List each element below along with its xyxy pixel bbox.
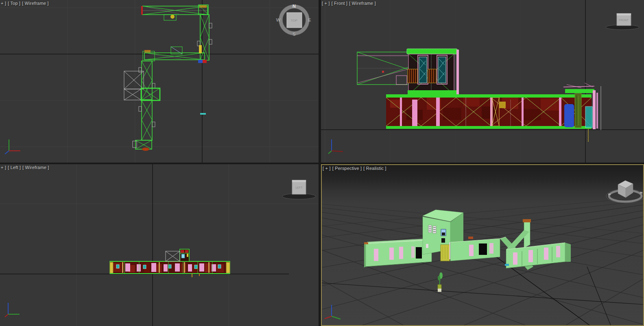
pink-panel [399, 247, 403, 259]
doorway [479, 243, 487, 255]
compass-w[interactable]: W [276, 17, 281, 22]
wireframe-shape [541, 98, 559, 111]
viewport-view-menu[interactable]: [ Left ] [8, 165, 21, 170]
pink-panel [513, 252, 517, 265]
axis-x-red [325, 316, 332, 319]
wireframe-shape [640, 192, 642, 193]
wireframe-shape [116, 265, 119, 268]
wireframe-shape [152, 122, 155, 127]
viewport-menu-button[interactable]: [ + ] [322, 1, 330, 6]
wireframe-shape [364, 242, 368, 244]
wireframe-shape [194, 265, 197, 269]
wireframe-shape [408, 90, 457, 95]
wireframe-shape [426, 244, 428, 248]
max-viewport-layout: + ][ Top ][ Wireframe ] TOPNSWE [ + ][ F… [0, 0, 644, 326]
blue-object [564, 104, 574, 127]
axis-x-red [332, 151, 343, 152]
viewport-view-menu[interactable]: [ Top ] [8, 1, 20, 6]
wireframe-shape [209, 39, 212, 44]
axis-y-green [328, 151, 332, 154]
wireframe-shape [489, 243, 493, 254]
wireframe-shape [139, 106, 142, 111]
pink-panel [389, 248, 394, 260]
pink-panel [374, 249, 378, 261]
wireframe-shape [608, 193, 611, 195]
wireframe-shape [382, 71, 384, 73]
tower-roof [407, 49, 457, 54]
wireframe-shape [559, 98, 561, 129]
yellow-square [499, 102, 506, 108]
viewcube-face-label: TOP [291, 19, 297, 22]
wireframe-shape [151, 263, 156, 272]
wireframe-shape [218, 265, 221, 268]
viewport-left-label: + ][ Left ][ Wireframe ] [1, 165, 51, 170]
top-canvas[interactable]: TOPNSWE [0, 0, 319, 163]
wireframe-shape [443, 108, 461, 120]
vertical-wall [142, 61, 152, 100]
wireframe-shape [181, 254, 185, 258]
viewport-top[interactable]: + ][ Top ][ Wireframe ] TOPNSWE [0, 0, 319, 163]
wireframe-shape [199, 263, 204, 272]
viewport-menu-button[interactable]: + ] [1, 1, 6, 6]
wireframe-shape [181, 250, 184, 253]
wireframe-shape [142, 148, 149, 151]
wireframe-shape [181, 263, 186, 272]
wireframe-shape [396, 76, 407, 85]
wireframe-shape [386, 126, 592, 129]
wireframe-shape [142, 100, 152, 140]
wireframe-shape [522, 94, 524, 129]
wireframe-shape [468, 237, 473, 239]
axis-z-blue [5, 151, 9, 154]
wireframe-shape [209, 23, 212, 28]
wireframe-shape [198, 60, 203, 63]
wireframe-shape [164, 264, 168, 272]
doorway [416, 247, 422, 259]
wireframe-shape [159, 262, 160, 273]
viewport-menu-button[interactable]: + ] [1, 165, 6, 170]
front-canvas[interactable]: FRONT [321, 0, 644, 163]
viewport-shading-menu[interactable]: [ Wireframe ] [22, 1, 49, 6]
wireframe-shape [152, 83, 155, 88]
barred-window [428, 69, 436, 83]
perspective-canvas[interactable] [322, 165, 643, 325]
wireframe-shape [617, 13, 631, 15]
pink-panel [544, 248, 548, 260]
wireframe-shape [185, 250, 188, 253]
wireframe-shape [441, 238, 445, 243]
wireframe-shape [596, 93, 598, 128]
compass-s[interactable]: S [293, 32, 295, 37]
viewport-perspective-active[interactable]: [ + ][ Perspective ][ Realistic ] [321, 164, 644, 326]
wireframe-shape [386, 94, 592, 98]
compass-e[interactable]: E [308, 17, 311, 22]
viewport-view-menu[interactable]: [ Front ] [332, 1, 348, 6]
wireframe-shape [456, 50, 459, 95]
wireframe-shape [199, 45, 202, 53]
viewport-top-label: + ][ Top ][ Wireframe ] [1, 1, 50, 6]
pink-door [412, 100, 417, 129]
wireframe-shape [436, 98, 440, 129]
wireframe-shape [125, 263, 130, 272]
viewport-shading-menu[interactable]: [ Wireframe ] [22, 165, 49, 170]
viewport-left[interactable]: + ][ Left ][ Wireframe ] LEFT [0, 164, 319, 326]
axis-y-green [332, 316, 341, 319]
yellow-marker [170, 15, 175, 19]
wireframe-shape [208, 262, 210, 273]
viewport-view-menu[interactable]: [ Perspective ] [332, 166, 362, 171]
wireframe-shape [175, 263, 180, 272]
viewport-front[interactable]: [ + ][ Front ][ Wireframe ] FRONT [321, 0, 644, 163]
teal-marker [200, 113, 206, 115]
wireframe-shape [187, 254, 188, 257]
wireframe-shape [110, 262, 113, 273]
wireframe-shape [205, 263, 211, 272]
wireframe-shape [168, 265, 171, 268]
viewport-menu-button[interactable]: [ + ] [323, 166, 331, 171]
grid-axis-line [587, 267, 611, 325]
olive-column [575, 93, 581, 128]
viewport-shading-menu[interactable]: [ Realistic ] [363, 166, 386, 171]
viewport-shading-menu[interactable]: [ Wireframe ] [349, 1, 376, 6]
grid-line [322, 225, 643, 309]
left-canvas[interactable]: LEFT [0, 164, 319, 326]
compass-n[interactable]: N [293, 4, 296, 9]
wireframe-shape [188, 264, 192, 272]
wireframe-shape [505, 264, 509, 266]
